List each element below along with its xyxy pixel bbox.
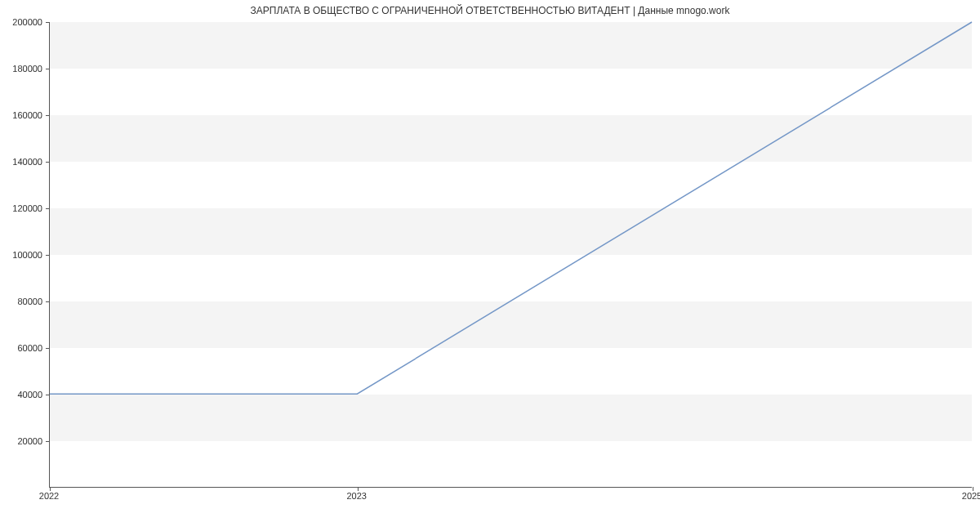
y-tick-label: 140000 xyxy=(0,157,42,167)
y-tick-label: 80000 xyxy=(0,297,42,306)
y-tick xyxy=(46,22,50,23)
y-tick-label: 20000 xyxy=(0,436,42,446)
y-tick-label: 100000 xyxy=(0,250,42,260)
y-tick-label: 120000 xyxy=(0,203,42,213)
line-layer xyxy=(50,22,972,487)
y-tick xyxy=(46,69,50,69)
y-tick xyxy=(46,255,50,256)
y-tick-label: 40000 xyxy=(0,390,42,399)
y-tick xyxy=(46,301,50,302)
chart-title: ЗАРПЛАТА В ОБЩЕСТВО С ОГРАНИЧЕННОЙ ОТВЕТ… xyxy=(0,5,980,16)
y-tick-label: 160000 xyxy=(0,110,42,120)
series-line xyxy=(50,22,972,394)
y-tick-label: 200000 xyxy=(0,17,42,27)
y-tick xyxy=(46,348,50,349)
x-tick-label: 2025 xyxy=(962,491,980,501)
y-tick-label: 180000 xyxy=(0,64,42,74)
y-tick xyxy=(46,162,50,163)
plot-area xyxy=(49,22,972,488)
salary-line-chart: ЗАРПЛАТА В ОБЩЕСТВО С ОГРАНИЧЕННОЙ ОТВЕТ… xyxy=(0,0,980,531)
x-tick-label: 2022 xyxy=(39,491,59,501)
y-tick xyxy=(46,441,50,442)
y-tick xyxy=(46,395,50,395)
y-tick xyxy=(46,208,50,209)
y-tick xyxy=(46,115,50,116)
y-tick-label: 60000 xyxy=(0,343,42,353)
x-tick-label: 2023 xyxy=(346,491,366,501)
